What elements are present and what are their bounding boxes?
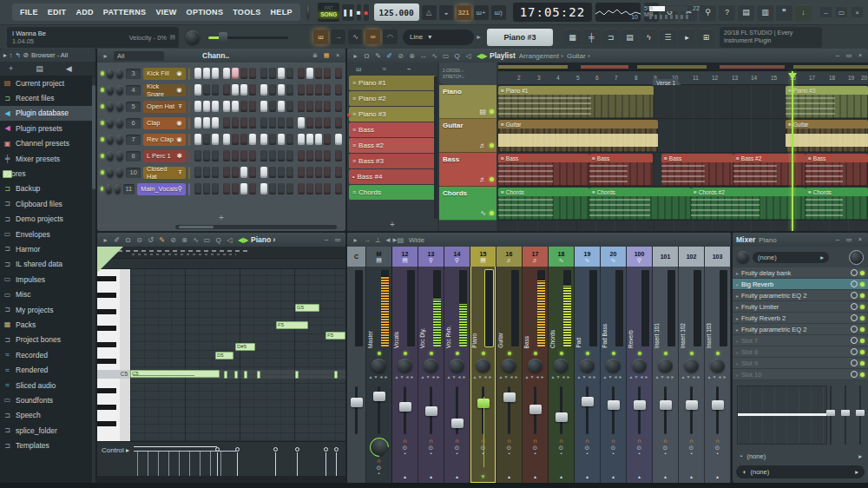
step-cell[interactable]	[298, 84, 305, 96]
strip-header[interactable]: 102	[679, 247, 704, 267]
channel-pan-knob[interactable]	[107, 69, 114, 78]
step-cell[interactable]	[306, 68, 313, 79]
strip-fader-handle[interactable]	[608, 400, 620, 410]
strip-route-arrow[interactable]: ▴	[716, 473, 719, 479]
playlist-clip[interactable]: ≡ Piano #3	[786, 86, 868, 118]
midi-note[interactable]: C5	[130, 370, 220, 378]
menu-item[interactable]: VIEW	[155, 8, 176, 16]
strip-pan-knob[interactable]	[710, 359, 725, 373]
strip-fader-handle[interactable]	[503, 392, 516, 402]
fx-slot-arrow-icon[interactable]: ▸	[736, 349, 739, 355]
paint-icon[interactable]: ✐	[385, 52, 394, 60]
patterns-filter-icon[interactable]: ш	[356, 65, 361, 73]
fx-slot-enable-led[interactable]	[860, 282, 865, 287]
step-cell[interactable]	[298, 167, 305, 178]
playlist-close-icon[interactable]: ×	[856, 52, 865, 59]
pattern-selector[interactable]: Piano #3	[487, 29, 553, 46]
strip-header[interactable]: C	[347, 247, 365, 267]
mixer-strip[interactable]: 14 ⚲ Voc Rvb. ▲▼◄► ∩	[444, 247, 470, 483]
step-cell[interactable]	[223, 183, 230, 195]
plugin-icon[interactable]: ϟ	[641, 29, 657, 45]
step-cell[interactable]	[306, 84, 313, 96]
chat-icon[interactable]: ❞	[776, 4, 792, 21]
time-display[interactable]: 17:05:22	[513, 3, 592, 22]
playlist-toggle-icon[interactable]: ▦	[564, 29, 581, 45]
step-cell[interactable]	[269, 84, 276, 96]
fx-slot[interactable]: ▸ Fruity parametric EQ 2	[733, 324, 868, 335]
channel-name-button[interactable]: Kick Snare ◉	[143, 84, 186, 96]
step-cell[interactable]	[203, 84, 210, 96]
midi-note[interactable]: D#5	[235, 343, 255, 351]
fx-slot-arrow-icon[interactable]: ▸	[736, 304, 739, 310]
channel-name-button[interactable]: Rev Clap ◉	[143, 134, 186, 146]
strip-fader-handle[interactable]	[351, 398, 363, 407]
step-cell[interactable]	[335, 117, 342, 129]
browser-item[interactable]: Speech	[0, 408, 95, 423]
strip-enable-led[interactable]	[664, 352, 667, 355]
step-cell[interactable]	[240, 117, 247, 129]
strip-fader[interactable]	[392, 385, 418, 437]
playlist-ruler[interactable]: 234567891011121314151617181920 Verse 1	[498, 71, 868, 85]
strip-pan-knob[interactable]	[372, 359, 386, 373]
browser-item[interactable]: Impulses	[0, 272, 95, 287]
tap-tempo-icon[interactable]: ▸	[679, 29, 695, 45]
highlighted-key[interactable]: C5	[97, 370, 130, 379]
fx-slot-enable-led[interactable]	[860, 293, 865, 298]
fx-slot-enable-led[interactable]	[860, 350, 865, 354]
save-icon[interactable]: ▤	[738, 4, 754, 21]
playlist-lane[interactable]: ≡ Guitar ≡ Guitar	[498, 119, 868, 153]
midi-note[interactable]	[334, 371, 338, 379]
strip-fx-icon[interactable]: ∩	[377, 458, 381, 464]
fx-slot-mix-knob[interactable]	[851, 371, 858, 378]
pattern-item[interactable]: • Bass #4	[349, 169, 436, 184]
zoom-icon[interactable]: Q	[452, 52, 462, 60]
step-cell[interactable]	[212, 101, 219, 112]
note-grid[interactable]: G5F5F5D#5D5C5	[130, 269, 345, 441]
control-point[interactable]	[215, 447, 220, 452]
strip-route-arrow[interactable]: ▼	[481, 474, 486, 479]
strip-route-arrow[interactable]: ▴	[612, 473, 615, 479]
fx-mix-knob[interactable]	[849, 250, 864, 265]
browser-item[interactable]: Envelopes	[0, 227, 95, 241]
step-cell[interactable]	[212, 183, 219, 195]
track-header[interactable]: Bass ♬	[439, 153, 496, 187]
fx-slot[interactable]: ▸ Slot 10	[733, 369, 868, 380]
strip-header[interactable]: 20 ∿	[601, 247, 626, 267]
strip-enable-led[interactable]	[456, 352, 459, 355]
channel-enable-led[interactable]	[101, 154, 104, 158]
browser-item[interactable]: Harmor	[0, 241, 95, 256]
fx-slot-mix-knob[interactable]	[851, 292, 858, 299]
fx-slot[interactable]: ▸ Fruity parametric EQ 2	[733, 290, 868, 301]
step-cell[interactable]	[286, 134, 293, 145]
channel-volume-knob[interactable]	[116, 102, 123, 111]
strip-header[interactable]: 101	[653, 247, 678, 267]
strip-fader[interactable]	[444, 385, 470, 437]
playback-icon[interactable]: ◁	[464, 52, 473, 60]
strip-fx-icon[interactable]: ∩	[689, 438, 694, 444]
browser-item[interactable]: Current project	[0, 76, 95, 90]
menu-item[interactable]: TOOLS	[233, 8, 260, 16]
browser-toggle-icon[interactable]: ⊐	[602, 29, 619, 45]
piano-roll-scrollbar[interactable]	[97, 476, 345, 483]
step-cell[interactable]	[249, 134, 256, 145]
playlist-scroll-overview[interactable]	[498, 63, 868, 71]
rack-keyboard-icon[interactable]: ▦	[322, 52, 331, 59]
midi-note[interactable]	[224, 371, 227, 379]
strip-header[interactable]: 100 ⚲	[627, 247, 652, 267]
strip-separation-controls[interactable]: ▲▼◄►	[551, 374, 572, 385]
mixer-strip[interactable]: 17 ♬ Bass ▲▼◄► ∩	[523, 247, 549, 483]
strip-separation-controls[interactable]: ▲▼◄►	[629, 374, 650, 385]
playlist-lanes[interactable]: ≡ Piano #1 ≡ Piano #3	[498, 85, 868, 231]
main-volume-knob[interactable]	[186, 30, 200, 44]
fx-slot-mix-knob[interactable]	[851, 303, 858, 310]
strip-fader[interactable]	[523, 385, 548, 437]
channel-volume-knob[interactable]	[116, 168, 123, 177]
rack-menu-icon[interactable]: ▸	[101, 52, 110, 60]
step-cell[interactable]	[194, 134, 201, 145]
channel-pan-knob[interactable]	[107, 118, 114, 128]
control-point[interactable]	[235, 447, 240, 452]
playlist-clip[interactable]: ≡ Bass #2	[733, 154, 806, 186]
channel-row[interactable]: 5 Open Hat Ŧ	[97, 98, 345, 115]
playlist-lane[interactable]: ≡ Bass ≡ Bass	[498, 153, 868, 187]
browser-item[interactable]: Mixer presets	[0, 151, 95, 166]
